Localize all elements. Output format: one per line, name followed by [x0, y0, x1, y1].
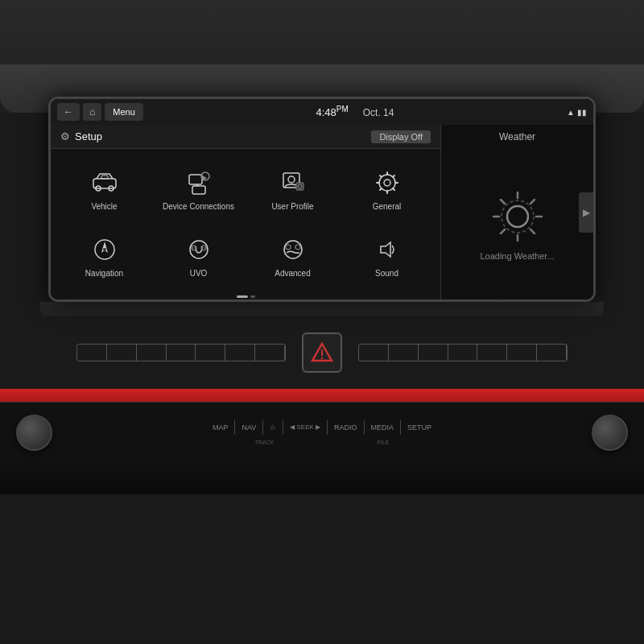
- settings-icon: ⚙: [60, 130, 70, 142]
- menu-grid: Vehicle ▶ Devi: [51, 149, 440, 296]
- tune-knob[interactable]: [592, 415, 628, 451]
- battery-icon: ▮▮: [577, 108, 587, 117]
- uvo-label: UVO: [190, 269, 208, 278]
- red-trim: [0, 389, 644, 402]
- setup-title: Setup: [75, 130, 102, 142]
- dot-2: [250, 295, 255, 298]
- controls-row-top: MAP NAV ☆ ◀ SEEK ▶ R: [213, 420, 431, 435]
- menu-item-device-connections[interactable]: ▶ Device Connections: [151, 155, 246, 223]
- svg-line-21: [393, 175, 394, 177]
- device-icon: ▶: [184, 167, 214, 198]
- nav-button[interactable]: NAV: [242, 423, 256, 431]
- menu-item-general[interactable]: General: [340, 155, 434, 223]
- svg-line-20: [393, 188, 394, 190]
- map-button[interactable]: MAP: [213, 423, 229, 431]
- navigation-label: Navigation: [85, 269, 123, 278]
- svg-point-32: [286, 245, 291, 250]
- pagination: [51, 296, 440, 299]
- divider-4: [327, 420, 328, 435]
- weather-sun-icon: [489, 188, 546, 245]
- vehicle-label: Vehicle: [91, 202, 117, 211]
- menu-item-advanced[interactable]: Advanced: [246, 223, 340, 291]
- svg-point-14: [384, 180, 390, 186]
- date: Oct. 14: [363, 108, 394, 119]
- weather-loading-text: Loading Weather...: [480, 251, 554, 261]
- radio-button[interactable]: RADIO: [334, 423, 357, 431]
- svg-point-25: [103, 248, 106, 251]
- advanced-icon: [278, 234, 308, 265]
- signal-icon: ▲: [567, 108, 575, 117]
- home-button[interactable]: ⌂: [83, 103, 101, 121]
- svg-marker-34: [381, 242, 390, 257]
- weather-title: Weather: [493, 125, 542, 149]
- svg-line-41: [530, 200, 535, 204]
- seek-button[interactable]: ◀ SEEK ▶: [290, 423, 320, 431]
- favorite-button[interactable]: ☆: [270, 423, 276, 431]
- divider-5: [364, 420, 365, 435]
- controls-center: MAP NAV ☆ ◀ SEEK ▶ R: [213, 420, 431, 445]
- svg-line-40: [530, 229, 535, 233]
- ampm: PM: [336, 105, 349, 114]
- svg-line-22: [380, 188, 382, 190]
- advanced-label: Advanced: [275, 269, 310, 278]
- weather-next-button[interactable]: ▶: [579, 192, 593, 233]
- navigation-icon: [89, 234, 120, 265]
- vent-right: [358, 344, 568, 361]
- menu-item-navigation[interactable]: Navigation: [57, 223, 151, 291]
- bottom-shadow: [0, 462, 644, 494]
- top-bar: ← ⌂ Menu 4:48PM Oct. 14 ▲ ▮▮: [51, 99, 593, 125]
- time: 4:48: [316, 107, 336, 119]
- main-content: ⚙ Setup Display Off: [51, 125, 593, 299]
- weather-panel: Weather: [440, 125, 593, 299]
- svg-rect-5: [192, 186, 205, 194]
- svg-rect-4: [189, 175, 202, 184]
- controls-bar: MAP NAV ☆ ◀ SEEK ▶ R: [0, 402, 644, 462]
- menu-item-sound[interactable]: Sound: [340, 223, 434, 291]
- setup-button[interactable]: SETUP: [407, 423, 431, 431]
- hazard-button[interactable]: [302, 332, 342, 373]
- vent-left: [76, 344, 286, 361]
- dot-1: [237, 295, 248, 298]
- svg-line-39: [501, 200, 505, 204]
- infotainment-screen: ← ⌂ Menu 4:48PM Oct. 14 ▲ ▮▮ ⚙ Setup Dis: [48, 97, 596, 302]
- weather-content: Loading Weather...: [441, 149, 593, 299]
- menu-item-vehicle[interactable]: Vehicle: [57, 155, 151, 223]
- track-label: TRACK: [255, 440, 275, 445]
- divider-1: [234, 420, 235, 435]
- time-display: 4:48PM Oct. 14: [147, 105, 564, 118]
- file-label: FILE: [377, 440, 389, 445]
- sound-label: Sound: [375, 269, 398, 278]
- back-button[interactable]: ←: [57, 103, 80, 121]
- svg-point-33: [295, 245, 300, 250]
- setup-header: ⚙ Setup Display Off: [51, 125, 440, 149]
- center-console: MAP NAV ☆ ◀ SEEK ▶ R: [0, 316, 644, 494]
- uvo-icon: [184, 234, 214, 265]
- car-interior-top: [0, 0, 644, 113]
- svg-point-43: [507, 206, 528, 227]
- divider-3: [283, 420, 283, 435]
- divider-2: [262, 420, 263, 435]
- sound-icon: [372, 234, 402, 265]
- car-body: MAP NAV ☆ ◀ SEEK ▶ R: [0, 302, 644, 644]
- setup-panel: ⚙ Setup Display Off: [51, 125, 440, 299]
- general-label: General: [373, 202, 402, 211]
- divider-6: [400, 420, 401, 435]
- svg-point-47: [321, 357, 323, 359]
- svg-rect-11: [296, 183, 303, 190]
- svg-line-42: [501, 229, 505, 233]
- user-icon: [278, 167, 308, 198]
- general-icon: [372, 167, 402, 198]
- vent-area: [0, 320, 644, 385]
- user-profile-label: User Profile: [271, 202, 313, 211]
- device-label: Device Connections: [163, 202, 234, 211]
- display-off-button[interactable]: Display Off: [371, 130, 431, 143]
- menu-item-user-profile[interactable]: User Profile: [246, 155, 340, 223]
- controls-row-bottom: TRACK FILE: [255, 440, 390, 445]
- volume-knob[interactable]: [16, 415, 52, 451]
- screen-mount: [40, 302, 604, 316]
- svg-line-19: [380, 175, 382, 177]
- menu-button[interactable]: Menu: [105, 103, 143, 121]
- vehicle-icon: [89, 167, 120, 198]
- media-button[interactable]: MEDIA: [371, 423, 394, 431]
- menu-item-uvo[interactable]: UVO: [151, 223, 246, 291]
